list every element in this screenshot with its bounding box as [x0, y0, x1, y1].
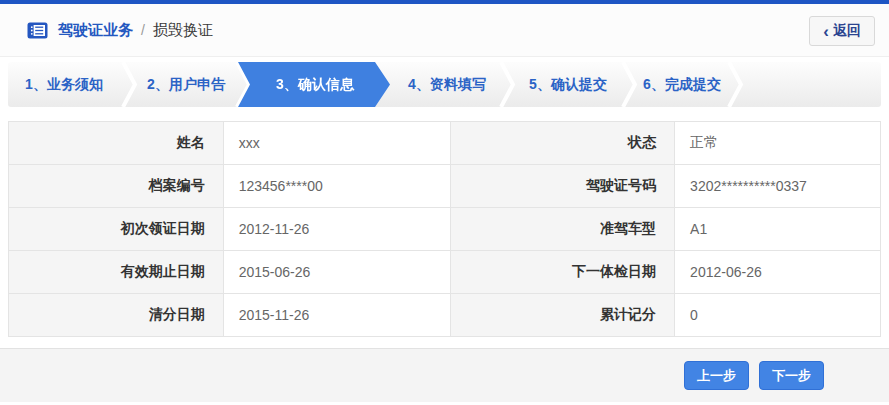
step-1-business-notice[interactable]: 1、业务须知 — [8, 62, 120, 107]
field-label: 清分日期 — [9, 294, 224, 337]
field-value: 正常 — [675, 122, 881, 165]
field-label: 姓名 — [9, 122, 224, 165]
field-value: 2015-11-26 — [223, 294, 451, 337]
step-separator-icon — [120, 62, 138, 107]
step-2-user-declaration[interactable]: 2、用户申告 — [138, 62, 234, 107]
table-row: 有效期止日期 2015-06-26 下一体检日期 2012-06-26 — [9, 251, 881, 294]
step-separator-icon — [498, 62, 516, 107]
back-button[interactable]: ‹ 返回 — [809, 16, 875, 46]
field-label: 有效期止日期 — [9, 251, 224, 294]
back-button-label: 返回 — [833, 22, 861, 40]
header: 驾驶证业务 / 损毁换证 ‹ 返回 — [0, 4, 889, 57]
previous-step-button[interactable]: 上一步 — [684, 361, 749, 390]
step-separator-icon — [726, 62, 744, 107]
field-value: 2015-06-26 — [223, 251, 451, 294]
step-6-complete-submit[interactable]: 6、完成提交 — [638, 62, 726, 107]
next-step-button[interactable]: 下一步 — [759, 361, 824, 390]
field-value: xxx — [223, 122, 451, 165]
field-value: 0 — [675, 294, 881, 337]
field-value: 2012-06-26 — [675, 251, 881, 294]
field-label: 累计记分 — [451, 294, 675, 337]
table-row: 清分日期 2015-11-26 累计记分 0 — [9, 294, 881, 337]
field-label: 初次领证日期 — [9, 208, 224, 251]
table-row: 初次领证日期 2012-11-26 准驾车型 A1 — [9, 208, 881, 251]
license-info-table: 姓名 xxx 状态 正常 档案编号 123456****00 驾驶证号码 320… — [8, 121, 881, 337]
field-label: 驾驶证号码 — [451, 165, 675, 208]
breadcrumb-current: 损毁换证 — [153, 21, 213, 40]
table-row: 姓名 xxx 状态 正常 — [9, 122, 881, 165]
step-nav: 1、业务须知 2、用户申告 3、确认信息 4、资料填写 5、确认提交 6、完成提… — [8, 62, 881, 107]
license-list-icon — [27, 22, 48, 39]
field-label: 下一体检日期 — [451, 251, 675, 294]
page: 驾驶证业务 / 损毁换证 ‹ 返回 1、业务须知 2、用户申告 3、确认信息 4… — [0, 0, 889, 405]
field-value: 2012-11-26 — [223, 208, 451, 251]
table-row: 档案编号 123456****00 驾驶证号码 3202**********03… — [9, 165, 881, 208]
field-label: 档案编号 — [9, 165, 224, 208]
footer-action-bar: 上一步 下一步 — [0, 348, 889, 402]
step-separator-icon — [620, 62, 638, 107]
field-label: 准驾车型 — [451, 208, 675, 251]
page-title: 驾驶证业务 — [58, 21, 133, 40]
breadcrumb-divider: / — [141, 22, 145, 38]
chevron-left-icon: ‹ — [823, 23, 829, 40]
field-value: 123456****00 — [223, 165, 451, 208]
step-3-confirm-info[interactable]: 3、确认信息 — [238, 62, 390, 107]
field-value: A1 — [675, 208, 881, 251]
step-nav-tail — [744, 62, 881, 107]
field-label: 状态 — [451, 122, 675, 165]
field-value: 3202**********0337 — [675, 165, 881, 208]
step-5-confirm-submit[interactable]: 5、确认提交 — [516, 62, 620, 107]
step-4-fill-materials[interactable]: 4、资料填写 — [396, 62, 498, 107]
